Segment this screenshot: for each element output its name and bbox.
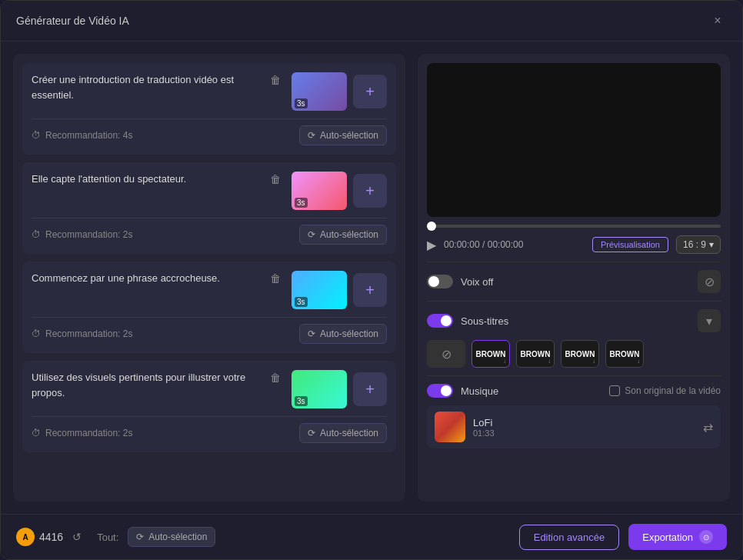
scene-thumb-1: 3s (292, 72, 347, 111)
scene-card-top-2: Elle capte l'attention du spectateur. 🗑 … (32, 172, 387, 210)
scene-media-4: 3s + (292, 370, 387, 408)
auto-label-4: Auto-sélection (320, 428, 378, 438)
credits-count: 4416 (39, 531, 63, 543)
modal-title: Générateur de Vidéo IA (16, 15, 129, 27)
subtitle-arrow-3: ↓ (592, 358, 595, 365)
scene-thumb-4: 3s (292, 370, 347, 408)
divider-3 (427, 375, 721, 376)
scene-card-bottom-3: ⏱ Recommandation: 2s ⟳ Auto-sélection (32, 317, 387, 344)
scene-add-button-2[interactable]: + (353, 174, 387, 208)
auto-icon-4: ⟳ (308, 428, 315, 438)
export-button[interactable]: Exportation ⊙ (628, 524, 727, 550)
music-info: LoFi 01:33 (473, 417, 695, 438)
auto-icon-3: ⟳ (308, 328, 315, 339)
auto-select-button-4[interactable]: ⟳ Auto-sélection (299, 423, 387, 443)
subtitle-arrow-2: ↓ (548, 358, 551, 365)
sous-titres-toggle[interactable] (427, 314, 453, 328)
auto-label-3: Auto-sélection (320, 328, 378, 339)
subtitle-options: ⊘ BROWN ↓ BROWN ↓ BROWN ↓ BR (427, 340, 721, 368)
scene-card-3: Commencez par une phrase accrocheuse. 🗑 … (22, 262, 396, 353)
aspect-ratio-value: 16 : 9 (683, 239, 706, 250)
scene-delete-1[interactable]: 🗑 (267, 72, 284, 88)
auto-select-button-1[interactable]: ⟳ Auto-sélection (299, 125, 387, 145)
voix-off-settings[interactable]: ⊘ (698, 270, 721, 293)
aspect-ratio-select[interactable]: 16 : 9 ▾ (676, 235, 721, 254)
scene-thumb-2: 3s (292, 172, 347, 210)
rec-label-4: ⏱ Recommandation: 2s (32, 428, 132, 438)
preview-badge[interactable]: Prévisualisation (592, 237, 668, 252)
musique-toggle[interactable] (427, 384, 453, 398)
modal-header: Générateur de Vidéo IA × (1, 1, 742, 42)
divider-2 (427, 301, 721, 302)
musique-label: Musique (461, 385, 498, 397)
original-checkbox[interactable] (609, 385, 620, 396)
subtitle-arrow-4: ↓ (637, 358, 640, 365)
voix-off-toggle[interactable] (427, 275, 453, 288)
divider-1 (427, 262, 721, 262)
play-button[interactable]: ▶ (427, 238, 436, 252)
scene-card-top-1: Créer une introduction de traduction vid… (32, 72, 387, 111)
scene-text-4: Utilisez des visuels pertinents pour ill… (32, 370, 259, 400)
all-label: Tout: (97, 532, 118, 543)
scene-card-bottom-2: ⏱ Recommandation: 2s ⟳ Auto-sélection (32, 218, 387, 245)
auto-select-button-3[interactable]: ⟳ Auto-sélection (299, 324, 387, 344)
scene-add-button-3[interactable]: + (353, 273, 387, 307)
scene-media-3: 3s + (292, 271, 387, 309)
scene-text-2: Elle capte l'attention du spectateur. (32, 172, 259, 187)
scene-duration-4: 3s (295, 396, 308, 406)
rec-text-1: Recommandation: 4s (45, 130, 132, 141)
voix-off-row: Voix off ⊘ (427, 270, 721, 293)
video-preview (427, 63, 721, 217)
subtitle-option-3[interactable]: BROWN ↓ (561, 340, 599, 368)
scene-card-1: Créer une introduction de traduction vid… (22, 63, 396, 155)
rec-text-3: Recommandation: 2s (45, 328, 132, 339)
scene-add-button-4[interactable]: + (353, 372, 387, 406)
sous-titres-header-row: Sous-titres ▾ (427, 309, 721, 332)
right-panel: ▶ 00:00:00 / 00:00:00 Prévisualisation 1… (418, 54, 730, 502)
close-button[interactable]: × (708, 12, 727, 30)
subtitle-option-none[interactable]: ⊘ (427, 340, 465, 368)
footer-auto-select-button[interactable]: ⟳ Auto-sélection (128, 527, 215, 547)
footer-auto-label: Auto-sélection (148, 532, 207, 542)
playback-row: ▶ 00:00:00 / 00:00:00 Prévisualisation 1… (427, 235, 721, 254)
music-header-row: Musique Son original de la vidéo (427, 384, 721, 398)
clock-icon-2: ⏱ (32, 229, 41, 240)
subtitle-option-4[interactable]: BROWN ↓ (605, 340, 644, 368)
scene-media-1: 3s + (292, 72, 387, 111)
no-subtitle-icon: ⊘ (441, 347, 451, 362)
subtitle-option-2[interactable]: BROWN ↓ (516, 340, 555, 368)
timeline-track[interactable] (427, 225, 721, 228)
time-display: 00:00:00 / 00:00:00 (444, 239, 585, 250)
scene-add-button-1[interactable]: + (353, 75, 387, 108)
scene-duration-1: 3s (295, 98, 308, 108)
scene-delete-2[interactable]: 🗑 (267, 172, 284, 187)
original-text: Son original de la vidéo (625, 385, 721, 396)
rec-label-3: ⏱ Recommandation: 2s (32, 328, 132, 339)
rec-text-4: Recommandation: 2s (45, 428, 132, 438)
rec-text-2: Recommandation: 2s (45, 229, 132, 240)
music-swap-button[interactable]: ⇄ (703, 420, 713, 435)
scene-card-2: Elle capte l'attention du spectateur. 🗑 … (22, 162, 396, 254)
scene-delete-3[interactable]: 🗑 (267, 271, 284, 286)
subtitle-option-1[interactable]: BROWN ↓ (471, 340, 510, 368)
scene-card-bottom-1: ⏱ Recommandation: 4s ⟳ Auto-sélection (32, 118, 387, 145)
auto-icon-1: ⟳ (308, 130, 315, 141)
scene-duration-2: 3s (295, 198, 308, 208)
export-icon: ⊙ (699, 530, 713, 544)
scene-delete-4[interactable]: 🗑 (267, 370, 284, 385)
subtitle-text-1: BROWN (476, 350, 506, 358)
rec-label-1: ⏱ Recommandation: 4s (32, 130, 132, 141)
rec-label-2: ⏱ Recommandation: 2s (32, 229, 132, 240)
scene-card-bottom-4: ⏱ Recommandation: 2s ⟳ Auto-sélection (32, 416, 387, 443)
refresh-icon[interactable]: ↺ (72, 531, 82, 543)
music-thumbnail (435, 412, 465, 442)
sous-titres-dropdown[interactable]: ▾ (698, 309, 721, 332)
auto-label-1: Auto-sélection (320, 130, 378, 141)
modal-footer: A 4416 ↺ Tout: ⟳ Auto-sélection Edition … (1, 514, 742, 559)
credits-info: A 4416 (16, 528, 63, 546)
edition-avancee-button[interactable]: Edition avancée (519, 525, 620, 550)
original-audio-label: Son original de la vidéo (609, 385, 721, 396)
subtitle-text-3: BROWN (565, 350, 595, 358)
auto-select-button-2[interactable]: ⟳ Auto-sélection (299, 225, 387, 245)
clock-icon-1: ⏱ (32, 130, 41, 141)
